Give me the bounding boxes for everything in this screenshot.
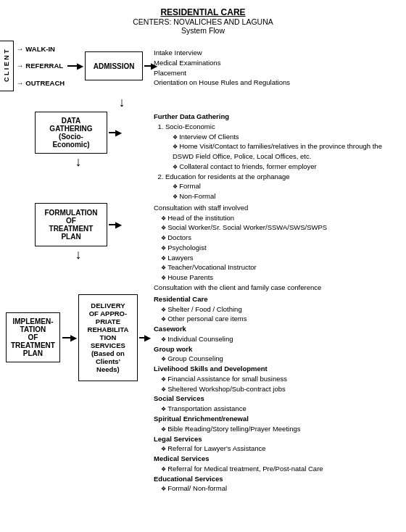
- page: RESIDENTIAL CARE CENTERS: NOVALICHES AND…: [0, 0, 406, 502]
- delivery-label-7: Legal Services: [154, 434, 400, 444]
- down-arrow-1: ↓: [119, 96, 125, 109]
- delivery-label-5: Social Services: [154, 394, 400, 404]
- dg-bullet-2-1: Formal: [173, 181, 400, 191]
- header: RESIDENTIAL CARE CENTERS: NOVALICHES AND…: [6, 7, 400, 35]
- header-subtitle: CENTERS: NOVALICHES AND LAGUNA: [6, 17, 400, 26]
- h-arrow-from-dg: ▶: [109, 128, 122, 138]
- row-formulation: FORMULATION OF TREATMENT PLAN ▶ ↓ Consul…: [6, 203, 400, 293]
- admission-item-3: Placement: [154, 68, 400, 78]
- row-data-gathering: DATA GATHERING (Socio- Economic) ▶ ↓ Fur…: [6, 112, 400, 201]
- form-footer: Consultation with the client and family …: [154, 283, 400, 293]
- h-arrow-line: [67, 65, 78, 67]
- delivery-label-2: Casework: [154, 324, 400, 334]
- h-arrow-from-form: ▶: [109, 220, 122, 230]
- delivery-bullets-4: Financial Assistance for small business …: [154, 374, 400, 394]
- admission-item-1: Intake Interview: [154, 48, 400, 58]
- arrow-icon-outreach: →: [17, 79, 24, 87]
- data-gathering-left-col: DATA GATHERING (Socio- Economic) ▶ ↓: [6, 112, 151, 170]
- dg-numbered-list: Socio-Economic Interview Of Clients Home…: [154, 122, 400, 201]
- delivery-b8-1: Referral for Medical treatment, Pre/Post…: [161, 464, 400, 474]
- formulation-desc: Consultation with staff involved Head of…: [151, 203, 400, 293]
- row-admission: C L I E N T → WALK-IN → REFERRAL → OUTRE…: [6, 41, 400, 110]
- delivery-label-1: Residential Care: [154, 294, 400, 304]
- delivery-bullets-7: Referral for Lawyer's Assistance: [154, 444, 400, 454]
- data-gathering-box-row: DATA GATHERING (Socio- Economic) ▶: [6, 112, 151, 154]
- client-items: → WALK-IN → REFERRAL → OUTREACH: [17, 41, 65, 91]
- form-bullet-1: Head of the institution: [161, 213, 400, 223]
- form-bullet-7: House Parents: [161, 273, 400, 283]
- dg-item-1: Socio-Economic Interview Of Clients Home…: [165, 122, 400, 172]
- arrow-icon-walkin: →: [17, 45, 24, 53]
- delivery-b9-1: Formal/ Non-formal: [161, 483, 400, 494]
- delivery-bullets-5: Transportation assistance: [154, 404, 400, 414]
- delivery-label-6: Spiritual Enrichment/renewal: [154, 414, 400, 424]
- admission-item-4: Orientation on House Rules and Regulatio…: [154, 78, 400, 88]
- form-header: Consultation with staff involved: [154, 203, 400, 213]
- down-arrow-3: ↓: [75, 248, 82, 261]
- dg-bullet-2-2: Non-Formal: [173, 191, 400, 201]
- form-bullet-5: Lawyers: [161, 253, 400, 263]
- delivery-b1-2: Other personal care items: [161, 314, 400, 324]
- delivery-b3-1: Group Counseling: [161, 354, 400, 364]
- h-arrow-to-admission: ▶: [67, 61, 83, 71]
- h-arrow-delivery-to-desc: ▶: [139, 333, 151, 343]
- delivery-bullets-6: Bible Reading/Story telling/Prayer Meeti…: [154, 424, 400, 434]
- delivery-bullets-3: Group Counseling: [154, 354, 400, 364]
- row-implementation: IMPLEMEN- TATION OF TREATMENT PLAN ▶ DEL…: [6, 294, 400, 494]
- dg-bullets-2: Formal Non-Formal: [165, 181, 400, 201]
- delivery-label-4: Livelihood Skills and Development: [154, 364, 400, 374]
- admission-box: ADMISSION: [85, 51, 143, 80]
- form-bullets: Head of the institution Social Worker/Sr…: [154, 213, 400, 283]
- h-arrow-impl-to-delivery: ▶: [62, 333, 77, 343]
- delivery-b1-1: Shelter / Food / Clothing: [161, 304, 400, 315]
- formulation-box: FORMULATION OF TREATMENT PLAN: [35, 203, 107, 246]
- delivery-b7-1: Referral for Lawyer's Assistance: [161, 444, 400, 454]
- client-item-outreach: → OUTREACH: [17, 79, 65, 87]
- client-section: C L I E N T → WALK-IN → REFERRAL → OUTRE…: [0, 41, 157, 91]
- form-bullet-3: Doctors: [161, 233, 400, 243]
- header-system: System Flow: [6, 26, 400, 35]
- client-item-walkin: → WALK-IN: [17, 45, 65, 53]
- delivery-bullets-1: Shelter / Food / Clothing Other personal…: [154, 304, 400, 325]
- dg-header: Further Data Gathering: [154, 112, 400, 122]
- delivery-b6-1: Bible Reading/Story telling/Prayer Meeti…: [161, 424, 400, 434]
- implementation-box: IMPLEMEN- TATION OF TREATMENT PLAN: [6, 312, 60, 362]
- formulation-box-row: FORMULATION OF TREATMENT PLAN ▶: [6, 203, 151, 246]
- data-gathering-desc: Further Data Gathering Socio-Economic In…: [151, 112, 400, 201]
- delivery-bullets-8: Referral for Medical treatment, Pre/Post…: [154, 464, 400, 474]
- delivery-b4-1: Financial Assistance for small business: [161, 374, 400, 384]
- page-title: RESIDENTIAL CARE: [6, 7, 400, 17]
- implementation-left-col: IMPLEMEN- TATION OF TREATMENT PLAN ▶ DEL…: [6, 294, 151, 381]
- impl-row: IMPLEMEN- TATION OF TREATMENT PLAN ▶ DEL…: [6, 294, 151, 381]
- dg-bullet-1-3: Collateral contact to friends, former em…: [173, 162, 400, 172]
- delivery-bullets-9: Formal/ Non-formal: [154, 483, 400, 494]
- walkin-label: WALK-IN: [25, 45, 55, 53]
- arrow-icon-referral: →: [17, 62, 24, 70]
- form-bullet-2: Social Worker/Sr. Social Worker/SSWA/SWS…: [161, 223, 400, 233]
- h-arrow-head4: ▶: [115, 220, 122, 230]
- client-item-referral: → REFERRAL: [17, 62, 65, 70]
- h-arrow-head5: ▶: [70, 333, 77, 343]
- h-arrow-head: ▶: [77, 61, 83, 71]
- data-gathering-box: DATA GATHERING (Socio- Economic): [35, 112, 107, 154]
- dg-bullets-1: Interview Of Clients Home Visit/Contact …: [165, 132, 400, 172]
- down-arrow-2: ↓: [75, 155, 82, 168]
- client-box: C L I E N T: [0, 41, 14, 91]
- formulation-left-col: FORMULATION OF TREATMENT PLAN ▶ ↓: [6, 203, 151, 262]
- dg-bullet-1-1: Interview Of Clients: [173, 132, 400, 142]
- outreach-label: OUTREACH: [25, 79, 65, 87]
- admission-left-col: C L I E N T → WALK-IN → REFERRAL → OUTRE…: [6, 41, 151, 110]
- delivery-bullets-2: Individual Counseling: [154, 334, 400, 344]
- referral-label: REFERRAL: [25, 62, 63, 70]
- h-arrow-head6: ▶: [144, 333, 151, 343]
- delivery-label-3: Group work: [154, 344, 400, 354]
- delivery-b2-1: Individual Counseling: [161, 334, 400, 344]
- admission-item-2: Medical Examinations: [154, 58, 400, 68]
- delivery-b4-2: Sheltered Workshop/Sub-contract jobs: [161, 384, 400, 394]
- form-bullet-4: Psychologist: [161, 243, 400, 253]
- dg-item-2: Education for residents at the orphanage…: [165, 172, 400, 201]
- h-arrow-head3: ▶: [115, 128, 122, 138]
- form-bullet-6: Teacher/Vocational Instructor: [161, 262, 400, 273]
- delivery-b5-1: Transportation assistance: [161, 404, 400, 414]
- delivery-label-8: Medical Services: [154, 454, 400, 464]
